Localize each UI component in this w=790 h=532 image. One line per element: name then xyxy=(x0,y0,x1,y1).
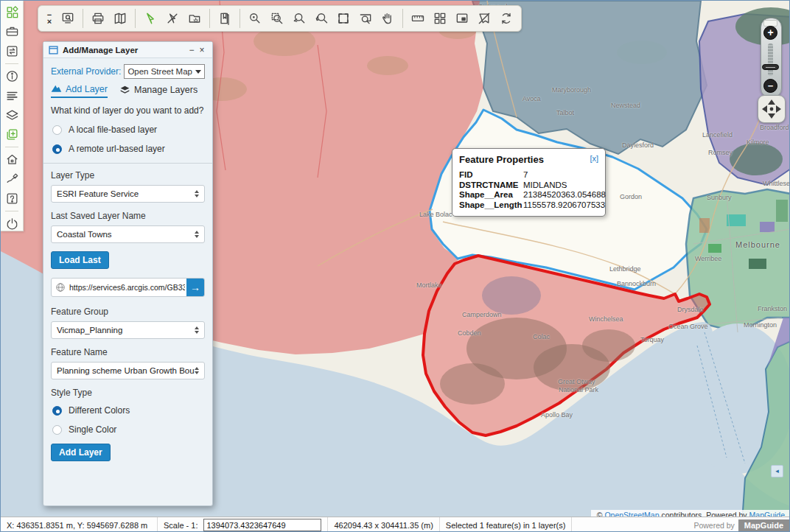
zoom-extents-button[interactable] xyxy=(333,8,354,29)
zoom-out-button[interactable] xyxy=(289,8,310,29)
radio-unchecked-icon xyxy=(52,425,62,435)
add-layer-button[interactable]: Add Layer xyxy=(51,444,111,461)
swap-panel-button[interactable] xyxy=(4,44,20,58)
feature-row: FID 7 xyxy=(459,170,598,181)
bookmark-icon xyxy=(217,11,232,26)
toolbox-button[interactable] xyxy=(4,24,20,38)
maptip-button[interactable] xyxy=(110,8,130,29)
basemap-switcher-button[interactable] xyxy=(430,8,450,29)
refresh-button[interactable] xyxy=(496,8,517,29)
clear-selection-button[interactable] xyxy=(474,8,494,29)
overview-map-button[interactable] xyxy=(452,8,472,29)
feature-key: Shape__Area xyxy=(459,190,523,200)
close-toolbar-icon[interactable]: × xyxy=(47,18,52,25)
select-button[interactable] xyxy=(140,8,161,29)
tile-grid-icon xyxy=(433,11,447,26)
dialog-titlebar[interactable]: Add/Manage Layer − × xyxy=(43,42,212,58)
legend-button[interactable] xyxy=(4,88,20,102)
layers-icon xyxy=(5,108,19,122)
info-button[interactable] xyxy=(4,69,20,83)
tab-add-layer-label: Add Layer xyxy=(66,84,108,94)
tab-manage-layers[interactable]: Manage Layers xyxy=(119,85,198,97)
load-url-button[interactable]: → xyxy=(186,279,204,296)
compass-arrows-icon xyxy=(758,96,785,122)
external-provider-label: External Provider: xyxy=(51,66,121,77)
feature-row: Shape__Area 21384520363.054688 xyxy=(459,190,598,200)
selection-status: Selected 1 feature(s) in 1 layer(s) xyxy=(440,517,573,532)
pan-compass[interactable] xyxy=(758,95,786,123)
power-button[interactable] xyxy=(4,217,20,231)
folded-map-icon xyxy=(113,11,127,26)
scale-input[interactable] xyxy=(203,519,321,531)
radio-single-color[interactable]: Single Color xyxy=(52,424,205,435)
updown-icon xyxy=(195,231,199,238)
dialog-close-button[interactable]: × xyxy=(197,45,207,55)
zoom-slider-handle[interactable] xyxy=(762,64,779,70)
pan-hand-icon xyxy=(380,11,395,26)
layers-button[interactable] xyxy=(4,108,20,122)
apps-button[interactable] xyxy=(4,5,20,19)
zoom-button[interactable] xyxy=(245,8,265,29)
toolbar-collapse-group: − × xyxy=(43,8,56,29)
bookmark-button[interactable] xyxy=(214,8,235,29)
attribution-collapse-button[interactable]: ◂ xyxy=(771,465,783,477)
single-color-label: Single Color xyxy=(69,424,116,435)
zoom-out-button-slider[interactable]: − xyxy=(763,79,777,93)
help-button[interactable] xyxy=(4,192,20,206)
cursor-coordinates: X: 436351.8351 m, Y: 5945697.6288 m xyxy=(1,517,158,532)
globe-icon xyxy=(55,282,66,293)
layer-type-label: Layer Type xyxy=(51,170,205,181)
tab-add-layer[interactable]: Add Layer xyxy=(51,84,108,98)
feature-popup-close-button[interactable]: [x] xyxy=(590,154,598,163)
radio-remote-url-layer[interactable]: A remote url-based layer xyxy=(52,144,205,154)
measure-button[interactable] xyxy=(408,8,428,29)
powered-by-label: Powered by xyxy=(693,521,734,530)
external-provider-select[interactable]: Open Street Map xyxy=(124,64,205,79)
manage-layers-tab-icon xyxy=(119,85,130,95)
pan-button[interactable] xyxy=(377,8,398,29)
service-url-input[interactable] xyxy=(68,282,186,293)
ruler-icon xyxy=(410,11,425,26)
add-layer-tab-icon xyxy=(51,85,62,94)
print-button[interactable] xyxy=(88,8,108,29)
feature-popup-title: Feature Properties xyxy=(459,154,590,165)
last-saved-select[interactable]: Coastal Towns xyxy=(51,225,205,243)
select-within-button[interactable] xyxy=(184,8,205,29)
feature-name-value: Planning scheme Urban Growth Bounda xyxy=(57,366,195,375)
feature-value: MIDLANDS xyxy=(523,181,567,191)
dialog-minimize-button[interactable]: − xyxy=(186,45,197,55)
feature-name-label: Feature Name xyxy=(51,347,205,357)
dialog-window-icon xyxy=(49,46,58,55)
zoom-selection-button[interactable] xyxy=(355,8,376,29)
refresh-icon xyxy=(499,11,514,26)
feature-name-select[interactable]: Planning scheme Urban Growth Bounda xyxy=(51,362,205,379)
radio-checked-icon xyxy=(52,406,62,416)
feature-group-value: Vicmap_Planning xyxy=(57,326,122,335)
zoom-in-button[interactable]: + xyxy=(763,26,777,40)
zoom-slider-track[interactable] xyxy=(768,43,773,76)
different-colors-label: Different Colors xyxy=(69,405,130,416)
mapguide-badge: MapGuide xyxy=(738,519,789,531)
feature-value: 1155578.9206707533 xyxy=(523,200,605,211)
radio-different-colors[interactable]: Different Colors xyxy=(52,405,205,416)
radio-remote-label: A remote url-based layer xyxy=(69,144,165,154)
redline-button[interactable] xyxy=(4,172,20,186)
zoom-extents-icon xyxy=(336,11,351,26)
home-icon xyxy=(5,153,19,167)
layer-kind-question: What kind of layer do you want to add? xyxy=(51,105,205,116)
load-last-button[interactable]: Load Last xyxy=(51,251,109,269)
layer-type-select[interactable]: ESRI Feature Service xyxy=(51,185,205,203)
feature-group-select[interactable]: Vicmap_Planning xyxy=(51,321,205,339)
map-toolbar: − × xyxy=(38,5,522,32)
select-clear-button[interactable] xyxy=(162,8,183,29)
home-button[interactable] xyxy=(4,153,20,167)
zoom-rectangle-button[interactable] xyxy=(267,8,287,29)
add-layer-button-sidebar[interactable] xyxy=(4,127,20,141)
screen-preview-button[interactable] xyxy=(57,8,78,29)
radio-local-file-layer[interactable]: A local file-based layer xyxy=(52,125,205,135)
feature-group-label: Feature Group xyxy=(51,307,205,317)
help-icon xyxy=(5,192,19,206)
zoom-icon xyxy=(248,11,262,26)
zoom-previous-button[interactable] xyxy=(311,8,332,29)
external-provider-value: Open Street Map xyxy=(127,67,192,76)
